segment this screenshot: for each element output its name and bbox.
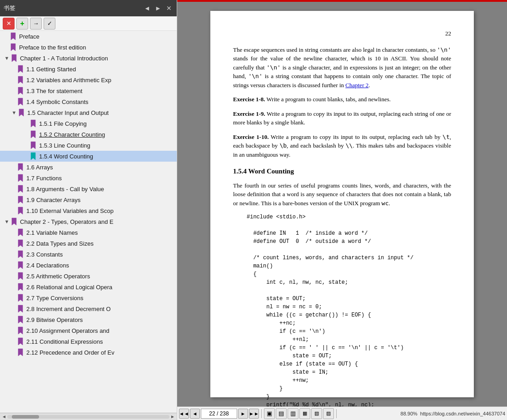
toc-label-ch1-4: 1.4 Symbolic Constants: [26, 99, 89, 105]
right-panel: 22 The escape sequences used in string c…: [177, 0, 507, 420]
toc-item-ch1-5-3[interactable]: 1.5.3 Line Counting: [0, 140, 177, 151]
toc-label-ch1-8: 1.8 Arguments - Call by Value: [26, 186, 104, 193]
view-layout3-icon[interactable]: ▨: [323, 408, 334, 419]
bookmark-icon-preface-first: [10, 43, 16, 51]
toc-wrapper: Preface Preface to the first edition▼ Ch…: [0, 31, 177, 413]
view-double-icon[interactable]: ▤: [276, 408, 287, 419]
toc-item-ch2-12[interactable]: 2.12 Precedence and Order of Ev: [0, 347, 177, 358]
bottom-toolbar: ◄◄ ◄ ► ►► ▣ ▤ ▥ ▦ ▧ ▨ 88.90% https://blo…: [177, 406, 507, 420]
scroll-right-arrow[interactable]: ►: [169, 414, 176, 420]
view-scroll-icon[interactable]: ▥: [288, 408, 298, 419]
toc-item-ch2-6[interactable]: 2.6 Relational and Logical Opera: [0, 282, 177, 292]
nav-first-button[interactable]: ◄◄: [179, 409, 189, 419]
toc-tree: Preface Preface to the first edition▼ Ch…: [0, 31, 177, 413]
bookmark-icon-ch1-2: [17, 76, 24, 84]
view-single-icon[interactable]: ▣: [264, 408, 275, 419]
nav-last-button[interactable]: ►►: [249, 409, 259, 419]
toc-item-ch2-7[interactable]: 2.7 Type Conversions: [0, 292, 177, 303]
bookmark-icon-ch1-5-1: [30, 119, 36, 128]
toc-label-ch2-11: 2.11 Conditional Expressions: [26, 338, 103, 345]
bookmark-icon-ch2-11: [17, 337, 24, 346]
toc-item-ch1-8[interactable]: 1.8 Arguments - Call by Value: [0, 183, 177, 194]
toc-label-preface-first: Preface to the first edition: [19, 44, 86, 51]
view-layout2-icon[interactable]: ▧: [311, 408, 322, 419]
toc-label-ch1-2: 1.2 Variables and Arithmetic Exp: [26, 77, 111, 84]
nav-right-icon[interactable]: ►: [154, 4, 162, 12]
toc-horizontal-scroll[interactable]: ◄ ►: [0, 413, 177, 420]
bookmark-icon-ch2: [11, 217, 17, 226]
toc-label-ch1-7: 1.7 Functions: [26, 175, 62, 182]
check-button[interactable]: ✓: [44, 18, 55, 30]
nav-left-icon[interactable]: ◄: [143, 4, 151, 12]
toc-item-ch1-9[interactable]: 1.9 Character Arrays: [0, 194, 177, 205]
exercise-1-8: Exercise 1-8. Write a program to count b…: [233, 95, 451, 104]
exercise-1-8-label: Exercise 1-8.: [233, 96, 265, 103]
nav-next-button[interactable]: ►: [238, 409, 248, 419]
bookmark-icon-ch1-7: [17, 174, 24, 182]
toc-item-ch2-3[interactable]: 2.3 Constants: [0, 249, 177, 260]
close-button[interactable]: ✕: [3, 18, 15, 30]
exercise-1-9-label: Exercise 1-9.: [233, 110, 265, 117]
toc-item-ch2-2[interactable]: 2.2 Data Types and Sizes: [0, 238, 177, 249]
collapse-icon-ch1-5[interactable]: ▼: [11, 109, 17, 116]
toc-label-ch2-10: 2.10 Assignment Operators and: [26, 327, 109, 334]
toc-label-ch1-6: 1.6 Arrays: [26, 164, 53, 171]
nav-prev-button[interactable]: ◄: [190, 409, 200, 419]
toc-item-ch2-11[interactable]: 2.11 Conditional Expressions: [0, 336, 177, 347]
chapter2-link[interactable]: Chapter 2: [345, 82, 368, 89]
toc-item-ch1-10[interactable]: 1.10 External Variables and Scop: [0, 205, 177, 216]
toc-item-ch1-5-1[interactable]: 1.5.1 File Copying: [0, 118, 177, 129]
toc-item-ch2-10[interactable]: 2.10 Assignment Operators and: [0, 325, 177, 336]
toc-label-ch2-9: 2.9 Bitwise Operators: [26, 316, 83, 323]
toc-item-ch2-1[interactable]: 2.1 Variable Names: [0, 227, 177, 238]
toc-item-ch1-5-2[interactable]: 1.5.2 Character Counting: [0, 129, 177, 140]
bookmark-icon-ch2-4: [17, 261, 24, 269]
toc-item-ch1-3[interactable]: 1.3 The for statement: [0, 85, 177, 96]
toc-item-ch2-9[interactable]: 2.9 Bitwise Operators: [0, 314, 177, 325]
zoom-status: 88.90%: [401, 411, 418, 416]
collapse-icon-ch1[interactable]: ▼: [4, 55, 10, 61]
bookmark-icon-ch2-1: [17, 228, 24, 237]
export-button[interactable]: →: [30, 18, 42, 30]
toc-item-ch1-6[interactable]: 1.6 Arrays: [0, 162, 177, 173]
toc-label-ch2-3: 2.3 Constants: [26, 251, 63, 258]
toc-label-ch1-1: 1.1 Getting Started: [26, 66, 76, 73]
toc-item-ch1-5-4[interactable]: 1.5.4 Word Counting: [0, 151, 177, 162]
panel-toolbar: ✕ + → ✓: [0, 16, 177, 31]
toc-item-ch2[interactable]: ▼ Chapter 2 - Types, Operators and E: [0, 216, 177, 227]
bookmark-icon-ch1-3: [17, 87, 24, 95]
panel-header: 书签 ◄ ► ✕: [0, 0, 177, 16]
toc-item-ch1-4[interactable]: 1.4 Symbolic Constants: [0, 96, 177, 107]
toc-label-ch2-8: 2.8 Increment and Decrement O: [26, 306, 111, 312]
collapse-icon-ch2[interactable]: ▼: [4, 218, 10, 225]
page-input[interactable]: [201, 409, 237, 419]
page-number: 22: [233, 29, 451, 38]
view-layout1-icon[interactable]: ▦: [299, 408, 310, 419]
toc-item-ch1-5[interactable]: ▼ 1.5 Character Input and Output: [0, 107, 177, 118]
url-status: https://blog.csdn.net/weixin_44637074: [420, 411, 505, 416]
exercise-1-10: Exercise 1-10. Write a program to copy i…: [233, 133, 451, 159]
toc-item-preface[interactable]: Preface: [0, 31, 177, 42]
toc-label-ch2-2: 2.2 Data Types and Sizes: [26, 240, 94, 247]
toc-item-ch1[interactable]: ▼ Chapter 1 - A Tutorial Introduction: [0, 53, 177, 64]
toc-label-ch2-5: 2.5 Arithmetic Operators: [26, 273, 90, 280]
bookmark-icon-ch2-12: [17, 348, 24, 356]
toc-item-ch1-2[interactable]: 1.2 Variables and Arithmetic Exp: [0, 74, 177, 85]
toc-label-ch1-5-1: 1.5.1 File Copying: [39, 120, 87, 127]
toc-item-ch2-4[interactable]: 2.4 Declarations: [0, 260, 177, 271]
close-panel-icon[interactable]: ✕: [165, 4, 173, 12]
toc-item-ch2-5[interactable]: 2.5 Arithmetic Operators: [0, 271, 177, 282]
add-bookmark-button[interactable]: +: [16, 18, 28, 30]
bookmark-icon-ch1-5: [18, 109, 25, 117]
toc-label-ch2-12: 2.12 Precedence and Order of Ev: [26, 349, 114, 356]
toc-item-preface-first[interactable]: Preface to the first edition: [0, 42, 177, 53]
main-container: 书签 ◄ ► ✕ ✕ + → ✓ Preface Preface to the …: [0, 0, 507, 420]
toc-label-ch2-4: 2.4 Declarations: [26, 262, 69, 269]
scroll-left-arrow[interactable]: ◄: [1, 414, 7, 420]
section-title: 1.5.4 Word Counting: [233, 166, 451, 177]
toc-item-ch1-7[interactable]: 1.7 Functions: [0, 173, 177, 183]
toc-item-ch2-8[interactable]: 2.8 Increment and Decrement O: [0, 303, 177, 314]
left-panel: 书签 ◄ ► ✕ ✕ + → ✓ Preface Preface to the …: [0, 0, 177, 420]
toc-item-ch1-1[interactable]: 1.1 Getting Started: [0, 64, 177, 74]
pdf-page: 22 The escape sequences used in string c…: [210, 11, 474, 397]
